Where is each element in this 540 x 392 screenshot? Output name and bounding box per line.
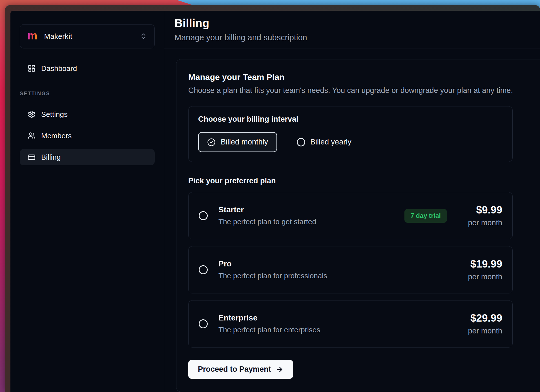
plan-radio-enterprise[interactable] bbox=[199, 319, 208, 328]
check-circle-icon bbox=[207, 138, 216, 146]
card-description: Choose a plan that fits your team's need… bbox=[188, 86, 536, 95]
plan-text: Starter The perfect plan to get started bbox=[218, 205, 316, 226]
plan-row-pro[interactable]: Pro The perfect plan for professionals $… bbox=[188, 246, 513, 293]
billed-yearly-label: Billed yearly bbox=[310, 138, 351, 146]
price-block: $29.99 per month bbox=[460, 312, 502, 335]
gear-icon bbox=[28, 110, 36, 118]
plan-description: The perfect plan for enterprises bbox=[218, 326, 320, 334]
sidebar-item-label: Settings bbox=[41, 110, 68, 119]
app-content: m Makerkit bbox=[10, 11, 540, 392]
sidebar-item-billing[interactable]: Billing bbox=[20, 149, 155, 165]
makerkit-logo-icon: m bbox=[27, 30, 37, 41]
plan-period: per month bbox=[468, 327, 502, 335]
billing-interval-options: Billed monthly Billed yearly bbox=[198, 132, 503, 152]
proceed-to-payment-button[interactable]: Proceed to Payment bbox=[188, 360, 293, 379]
plan-period: per month bbox=[468, 273, 502, 281]
chevrons-up-down-icon bbox=[140, 33, 147, 40]
plan-name: Starter bbox=[218, 205, 316, 214]
plan-price: $9.99 bbox=[476, 204, 502, 216]
plans-label: Pick your preferred plan bbox=[188, 177, 536, 185]
price-block: $9.99 per month bbox=[460, 204, 502, 227]
billing-interval-label: Choose your billing interval bbox=[198, 115, 503, 124]
plan-text: Pro The perfect plan for professionals bbox=[218, 259, 327, 280]
sidebar: m Makerkit bbox=[10, 11, 164, 392]
plan-description: The perfect plan for professionals bbox=[218, 271, 327, 280]
page-header: Billing Manage your billing and subscrip… bbox=[164, 11, 540, 48]
sidebar-item-label: Dashboard bbox=[41, 64, 77, 73]
billed-monthly-label: Billed monthly bbox=[221, 138, 268, 146]
page-title: Billing bbox=[174, 17, 540, 30]
sidebar-item-members[interactable]: Members bbox=[20, 128, 155, 144]
plan-right: $19.99 per month bbox=[460, 258, 502, 281]
plan-row-starter[interactable]: Starter The perfect plan to get started … bbox=[188, 192, 513, 239]
billing-interval-box: Choose your billing interval Billed mont… bbox=[188, 106, 513, 162]
card-title: Manage your Team Plan bbox=[188, 72, 536, 82]
plan-description: The perfect plan to get started bbox=[218, 217, 316, 226]
team-plan-card: Manage your Team Plan Choose a plan that… bbox=[176, 59, 540, 392]
sidebar-section-settings-label: SETTINGS bbox=[20, 91, 155, 97]
workspace-selector[interactable]: m Makerkit bbox=[20, 24, 155, 48]
plan-name: Pro bbox=[218, 259, 327, 268]
arrow-right-icon bbox=[276, 366, 284, 373]
plan-name: Enterprise bbox=[218, 313, 320, 322]
sidebar-item-label: Billing bbox=[41, 153, 61, 162]
billed-monthly-option[interactable]: Billed monthly bbox=[198, 132, 277, 152]
plan-row-enterprise[interactable]: Enterprise The perfect plan for enterpri… bbox=[188, 300, 513, 348]
credit-card-icon bbox=[28, 153, 36, 161]
plan-right: $29.99 per month bbox=[460, 312, 502, 335]
plan-right: 7 day trial $9.99 per month bbox=[404, 204, 502, 227]
sidebar-item-settings[interactable]: Settings bbox=[20, 106, 155, 122]
plan-period: per month bbox=[468, 219, 502, 227]
billed-yearly-option[interactable]: Billed yearly bbox=[297, 138, 351, 146]
sidebar-item-label: Members bbox=[41, 132, 72, 140]
sidebar-item-dashboard[interactable]: Dashboard bbox=[20, 60, 155, 77]
trial-badge: 7 day trial bbox=[404, 209, 447, 223]
dashboard-grid-icon bbox=[28, 64, 36, 72]
plan-price: $19.99 bbox=[470, 258, 502, 270]
workspace-name: Makerkit bbox=[44, 32, 72, 41]
users-icon bbox=[28, 132, 36, 140]
radio-circle-icon bbox=[297, 138, 305, 146]
page-subtitle: Manage your billing and subscription bbox=[174, 33, 540, 42]
price-block: $19.99 per month bbox=[460, 258, 502, 281]
plan-radio-starter[interactable] bbox=[199, 211, 208, 220]
plan-price: $29.99 bbox=[470, 312, 502, 324]
plan-text: Enterprise The perfect plan for enterpri… bbox=[218, 313, 320, 334]
sidebar-nav: Dashboard SETTINGS Settings bbox=[20, 60, 155, 165]
main-content: Billing Manage your billing and subscrip… bbox=[164, 11, 540, 392]
app-window: m Makerkit bbox=[5, 5, 540, 392]
plan-radio-pro[interactable] bbox=[199, 265, 208, 274]
proceed-to-payment-label: Proceed to Payment bbox=[198, 365, 271, 374]
